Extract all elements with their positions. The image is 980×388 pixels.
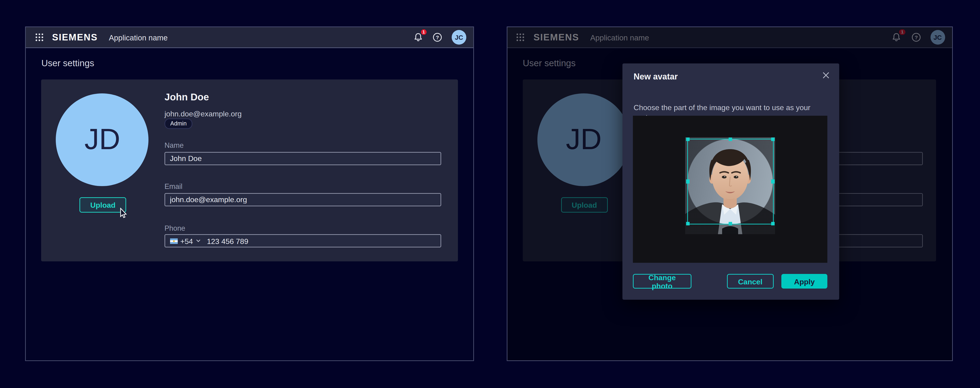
crop-handle-bottom-middle[interactable]	[729, 222, 732, 226]
image-crop-area	[633, 116, 827, 262]
new-avatar-modal: New avatar Choose the part of the image …	[622, 63, 839, 299]
page-content: User settings JD Upload John Doe john.do…	[26, 57, 473, 261]
profile-email: john.doe@example.org	[164, 110, 242, 118]
user-avatar[interactable]: JC	[452, 30, 466, 45]
desktop-background: SIEMENS Application name 1 ? JC	[0, 0, 980, 388]
phone-input[interactable]: +54 123 456 789	[164, 234, 441, 247]
header-actions: 1 ? JC	[413, 30, 466, 45]
dial-code[interactable]: +54	[180, 237, 193, 245]
crop-handle-top-middle[interactable]	[729, 138, 732, 141]
close-button[interactable]	[820, 70, 832, 81]
modal-title: New avatar	[633, 72, 678, 81]
role-badge: Admin	[164, 119, 192, 129]
help-button[interactable]: ?	[432, 32, 442, 43]
email-input[interactable]	[164, 193, 441, 206]
svg-text:?: ?	[436, 35, 439, 40]
phone-label: Phone	[164, 224, 441, 232]
bell-icon	[414, 33, 422, 42]
apply-button[interactable]: Apply	[781, 274, 827, 289]
chevron-down-icon	[196, 239, 200, 243]
page-title: User settings	[41, 57, 458, 68]
crop-handle-middle-left[interactable]	[686, 180, 690, 184]
question-mark-icon: ?	[433, 33, 442, 42]
crop-handle-bottom-left[interactable]	[686, 222, 690, 226]
close-x-icon	[823, 72, 830, 79]
crop-handle-middle-right[interactable]	[771, 180, 775, 184]
mouse-cursor	[120, 208, 127, 218]
siemens-logo: SIEMENS	[52, 32, 98, 43]
profile-name: John Doe	[164, 91, 209, 102]
app-window-left: SIEMENS Application name 1 ? JC	[25, 26, 474, 361]
crop-handle-top-right[interactable]	[771, 138, 775, 141]
profile-avatar: JD	[56, 93, 149, 186]
crop-handle-bottom-right[interactable]	[771, 222, 775, 226]
email-label: Email	[164, 182, 441, 190]
cancel-button[interactable]: Cancel	[727, 274, 774, 289]
name-label: Name	[164, 141, 441, 149]
notifications-button[interactable]: 1	[413, 32, 423, 43]
email-field-group: Email	[164, 182, 441, 206]
name-field-group: Name	[164, 141, 441, 165]
crop-selection[interactable]	[687, 139, 773, 224]
change-photo-button[interactable]: Change photo	[633, 274, 691, 289]
phone-number: 123 456 789	[207, 237, 248, 245]
app-header: SIEMENS Application name 1 ? JC	[26, 27, 473, 48]
user-settings-card: JD Upload John Doe john.doe@example.org …	[41, 79, 458, 261]
argentina-flag-icon	[170, 238, 178, 244]
grid-dots-icon	[35, 33, 44, 42]
name-input[interactable]	[164, 152, 441, 165]
upload-button[interactable]: Upload	[80, 197, 126, 212]
phone-field-group: Phone +54 123 456 789	[164, 224, 441, 247]
crop-handle-top-left[interactable]	[686, 138, 690, 141]
application-name: Application name	[109, 33, 167, 41]
app-switcher-button[interactable]	[34, 32, 45, 43]
